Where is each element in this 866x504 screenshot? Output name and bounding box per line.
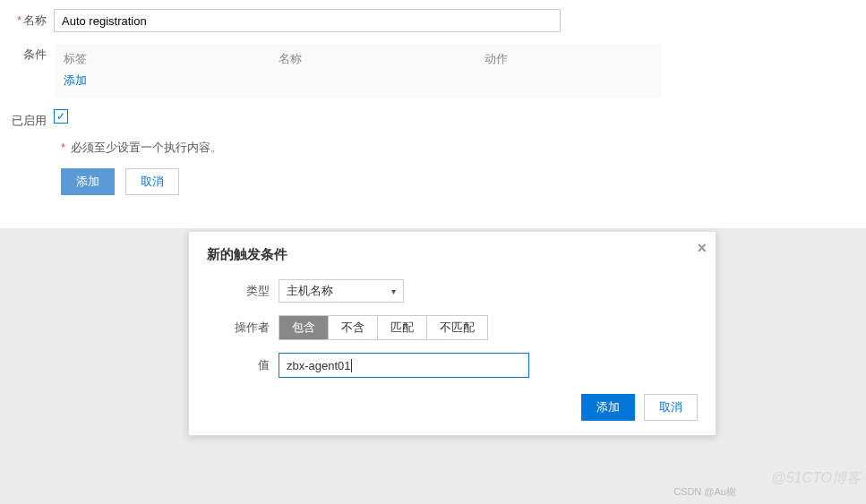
type-select[interactable]: 主机名称 ▾ bbox=[279, 279, 404, 303]
close-icon[interactable]: × bbox=[697, 239, 707, 258]
operator-contains[interactable]: 包含 bbox=[279, 316, 329, 339]
name-input[interactable] bbox=[54, 9, 561, 32]
watermark-csdn: CSDN @Au榭 bbox=[673, 485, 736, 499]
enabled-checkbox[interactable]: ✓ bbox=[54, 109, 68, 124]
cond-header-name: 名称 bbox=[279, 51, 484, 67]
cancel-button[interactable]: 取消 bbox=[125, 168, 179, 195]
cond-header-tag: 标签 bbox=[64, 51, 279, 67]
cond-header-action: 动作 bbox=[484, 51, 646, 67]
add-condition-link[interactable]: 添加 bbox=[64, 73, 653, 89]
value-input[interactable]: zbx-agent01 bbox=[279, 353, 529, 378]
operator-label: 操作者 bbox=[207, 320, 279, 336]
chevron-down-icon: ▾ bbox=[391, 286, 396, 296]
value-label: 值 bbox=[207, 357, 279, 373]
modal-title: 新的触发条件 bbox=[207, 246, 698, 263]
modal-add-button[interactable]: 添加 bbox=[581, 394, 635, 421]
name-label: *名称 bbox=[0, 9, 54, 29]
note-text: * 必须至少设置一个执行内容。 bbox=[61, 140, 866, 156]
value-input-text: zbx-agent01 bbox=[287, 359, 351, 372]
add-button[interactable]: 添加 bbox=[61, 168, 115, 195]
condition-table: 标签 名称 动作 添加 bbox=[54, 43, 663, 98]
operator-group: 包含 不含 匹配 不匹配 bbox=[279, 315, 488, 340]
modal-cancel-button[interactable]: 取消 bbox=[644, 394, 698, 421]
condition-label: 条件 bbox=[0, 43, 54, 63]
operator-not-contains[interactable]: 不含 bbox=[329, 316, 378, 339]
watermark-51cto: @51CTO博客 bbox=[771, 469, 861, 488]
enabled-label: 已启用 bbox=[0, 109, 54, 129]
operator-match[interactable]: 匹配 bbox=[378, 316, 427, 339]
trigger-condition-modal: × 新的触发条件 类型 主机名称 ▾ 操作者 包含 不含 匹配 不匹配 值 zb… bbox=[188, 231, 716, 436]
type-select-value: 主机名称 bbox=[287, 283, 333, 299]
operator-not-match[interactable]: 不匹配 bbox=[427, 316, 487, 339]
type-label: 类型 bbox=[207, 283, 279, 299]
text-cursor bbox=[351, 359, 352, 372]
